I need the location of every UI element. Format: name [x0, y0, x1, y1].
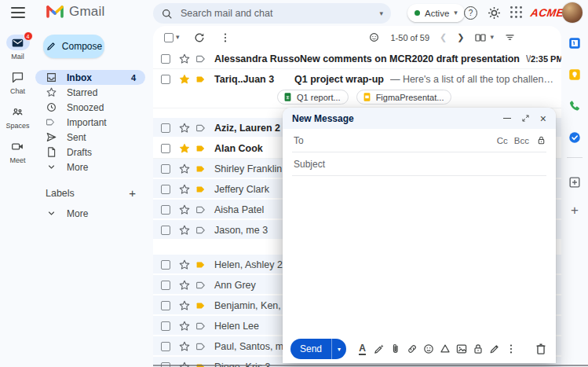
account-avatar[interactable]	[562, 2, 583, 23]
star-icon[interactable]	[178, 224, 191, 237]
input-tools-icon[interactable]	[368, 31, 380, 43]
more-options-icon[interactable]	[219, 31, 232, 44]
star-icon[interactable]	[178, 299, 191, 312]
star-icon[interactable]	[178, 279, 191, 292]
search-input[interactable]	[179, 7, 373, 20]
rail-item-spaces[interactable]: Spaces	[0, 104, 35, 130]
sidebar-item-starred[interactable]: Starred	[35, 85, 145, 100]
importance-icon[interactable]	[195, 279, 208, 292]
send-button[interactable]: Send ▾	[290, 339, 346, 359]
row-checkbox[interactable]	[161, 301, 170, 310]
to-field[interactable]: Cc Bcc	[292, 129, 546, 152]
star-icon[interactable]	[178, 142, 191, 155]
importance-icon[interactable]	[195, 204, 208, 216]
to-input[interactable]	[292, 134, 497, 147]
row-checkbox[interactable]	[161, 164, 170, 174]
row-checkbox[interactable]	[161, 281, 170, 290]
discard-draft-icon[interactable]	[534, 342, 548, 356]
subject-field[interactable]	[292, 152, 546, 176]
drive-icon[interactable]	[436, 341, 453, 357]
add-ons-icon[interactable]	[568, 175, 582, 189]
filter-icon[interactable]	[504, 31, 516, 43]
row-checkbox[interactable]	[161, 226, 170, 235]
row-checkbox[interactable]	[161, 185, 170, 194]
star-icon[interactable]	[178, 204, 191, 216]
pop-out-icon[interactable]	[521, 114, 530, 123]
more-icon[interactable]	[502, 341, 519, 357]
sidebar-item-drafts[interactable]: Drafts	[35, 145, 145, 160]
attachment-chip[interactable]: FigmaPresentat...	[356, 90, 452, 105]
star-icon[interactable]	[178, 259, 191, 271]
google-apps-icon[interactable]	[510, 6, 523, 19]
star-icon[interactable]	[178, 122, 191, 134]
main-menu-icon[interactable]	[11, 7, 25, 18]
importance-icon[interactable]	[195, 340, 208, 353]
newer-page-icon[interactable]: ❮	[440, 32, 447, 42]
star-icon[interactable]	[178, 183, 191, 196]
sidebar-item-more[interactable]: More	[35, 160, 145, 174]
older-page-icon[interactable]: ❯	[457, 32, 464, 42]
calendar-icon[interactable]	[568, 36, 582, 50]
importance-icon[interactable]	[195, 122, 208, 134]
rail-item-meet[interactable]: Meet	[0, 138, 35, 164]
importance-icon[interactable]	[195, 224, 208, 237]
tasks-icon[interactable]	[568, 130, 582, 145]
row-checkbox[interactable]	[161, 123, 170, 133]
rail-item-mail[interactable]: 4Mail	[0, 35, 35, 61]
sidebar-item-important[interactable]: Important	[35, 115, 145, 130]
keep-icon[interactable]	[568, 68, 582, 82]
compose-button[interactable]: Compose	[43, 35, 104, 58]
row-checkbox[interactable]	[161, 54, 170, 64]
row-checkbox[interactable]	[161, 321, 170, 331]
link-icon[interactable]	[404, 341, 420, 357]
star-icon[interactable]	[178, 340, 191, 353]
row-checkbox[interactable]	[161, 144, 170, 153]
sidebar-item-inbox[interactable]: Inbox4	[35, 70, 145, 85]
importance-icon[interactable]	[195, 53, 208, 65]
select-caret-icon[interactable]: ▾	[176, 34, 180, 41]
importance-icon[interactable]	[195, 299, 208, 312]
get-add-ons-plus-icon[interactable]: +	[571, 204, 579, 217]
email-row[interactable]: Alessandra RussoNew comments on MCR2020 …	[153, 49, 561, 69]
sidebar-item-snoozed[interactable]: Snoozed	[35, 100, 145, 115]
importance-icon[interactable]	[195, 320, 208, 332]
row-checkbox[interactable]	[161, 75, 170, 84]
star-icon[interactable]	[178, 163, 191, 175]
importance-icon[interactable]	[195, 259, 208, 271]
attach-icon[interactable]	[387, 341, 404, 357]
star-icon[interactable]	[178, 73, 191, 86]
settings-gear-icon[interactable]	[487, 6, 502, 20]
refresh-icon[interactable]	[193, 31, 206, 44]
select-all-checkbox[interactable]	[164, 33, 173, 42]
image-icon[interactable]	[453, 341, 469, 357]
create-label-plus-icon[interactable]: +	[129, 186, 145, 200]
importance-icon[interactable]	[195, 163, 208, 175]
importance-icon[interactable]	[195, 183, 208, 196]
format-icon[interactable]: A	[354, 341, 371, 357]
subject-input[interactable]	[292, 158, 546, 171]
email-row[interactable]: Tariq..Juan 3Q1 project wrap-up— Here's …	[153, 69, 561, 108]
send-options-caret-icon[interactable]: ▾	[332, 339, 346, 359]
row-checkbox[interactable]	[161, 205, 170, 215]
minimize-icon[interactable]	[503, 118, 511, 119]
row-checkbox[interactable]	[161, 260, 170, 270]
bcc-toggle[interactable]: Bcc	[514, 136, 529, 145]
row-checkbox[interactable]	[161, 342, 170, 351]
message-body[interactable]	[283, 176, 556, 335]
sidebar-item-labels-more[interactable]: More	[35, 206, 145, 221]
status-chip[interactable]: Active ▾	[407, 4, 465, 22]
help-icon[interactable]: ?	[464, 6, 477, 20]
split-pane-toggle[interactable]: ▾	[474, 31, 494, 44]
star-icon[interactable]	[178, 53, 191, 65]
emoji-icon[interactable]	[420, 341, 436, 357]
sidebar-item-sent[interactable]: Sent	[35, 130, 145, 145]
search-bar[interactable]: ▾	[153, 3, 391, 24]
cc-toggle[interactable]: Cc	[497, 136, 508, 145]
confidential-icon[interactable]	[469, 341, 486, 357]
attachment-chip[interactable]: Q1 report...	[277, 90, 349, 105]
lock-icon[interactable]	[536, 135, 546, 145]
search-options-caret-icon[interactable]: ▾	[379, 10, 383, 17]
rail-item-chat[interactable]: Chat	[0, 69, 35, 95]
signature-icon[interactable]	[486, 341, 502, 357]
importance-icon[interactable]	[195, 142, 208, 155]
